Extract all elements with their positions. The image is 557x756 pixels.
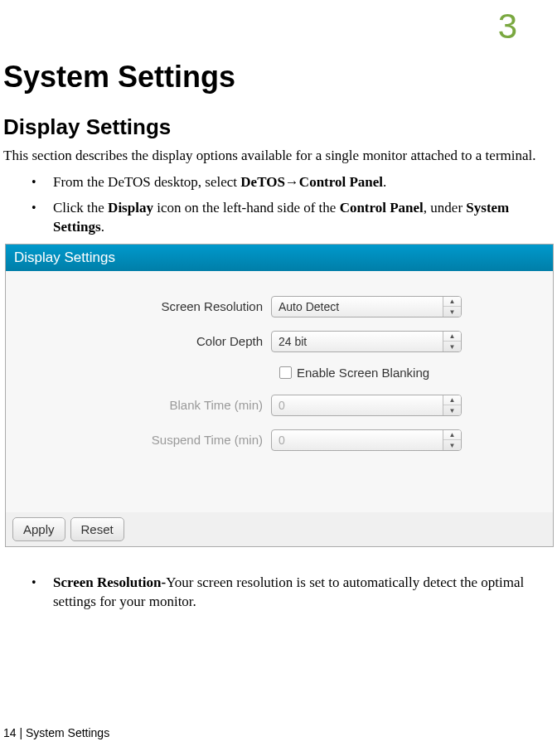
row-color-depth: Color Depth 24 bit ▲ ▼ <box>22 331 536 352</box>
section-title: Display Settings <box>3 114 554 140</box>
description-item: Screen Resolution-Your screen resolution… <box>35 574 554 612</box>
chevron-down-icon: ▼ <box>443 440 461 450</box>
label-blank-time: Blank Time (min) <box>22 398 271 412</box>
text-bold: Screen Resolution- <box>53 574 166 590</box>
dialog-footer: Apply Reset <box>6 512 553 546</box>
stepper-icon[interactable]: ▲ ▼ <box>443 332 461 351</box>
text: From the DeTOS desktop, select <box>53 174 240 190</box>
page-title: System Settings <box>3 60 554 94</box>
stepper-icon[interactable]: ▲ ▼ <box>443 430 461 450</box>
stepper-icon[interactable]: ▲ ▼ <box>443 395 461 415</box>
chevron-up-icon: ▲ <box>443 395 461 406</box>
row-suspend-time: Suspend Time (min) 0 ▲ ▼ <box>22 429 536 451</box>
chapter-number: 3 <box>498 7 517 46</box>
row-blank-time: Blank Time (min) 0 ▲ ▼ <box>22 395 536 416</box>
text: . <box>101 219 104 235</box>
dialog-body: Screen Resolution Auto Detect ▲ ▼ Color … <box>6 271 553 512</box>
instruction-item: From the DeTOS desktop, select DeTOS→Con… <box>35 173 554 192</box>
label-screen-resolution: Screen Resolution <box>22 299 271 313</box>
spinner-value: 0 <box>272 434 443 447</box>
text: . <box>383 174 386 190</box>
select-value: Auto Detect <box>272 300 443 313</box>
text-bold: Control Panel <box>340 200 424 216</box>
dialog-titlebar: Display Settings <box>6 245 553 271</box>
row-enable-blanking: Enable Screen Blanking <box>279 366 536 380</box>
spinner-value: 0 <box>272 399 443 412</box>
intro-paragraph: This section describes the display optio… <box>3 147 554 165</box>
chevron-down-icon: ▼ <box>443 405 461 415</box>
spinner-blank-time[interactable]: 0 ▲ ▼ <box>271 395 462 416</box>
chevron-down-icon: ▼ <box>443 307 461 317</box>
text: icon on the left-hand side of the <box>153 200 340 216</box>
instruction-list: From the DeTOS desktop, select DeTOS→Con… <box>3 173 554 237</box>
stepper-icon[interactable]: ▲ ▼ <box>443 297 461 317</box>
apply-button[interactable]: Apply <box>12 517 65 541</box>
text-bold: Display <box>108 200 153 216</box>
chevron-up-icon: ▲ <box>443 332 461 342</box>
select-color-depth[interactable]: 24 bit ▲ ▼ <box>271 331 462 352</box>
description-list: Screen Resolution-Your screen resolution… <box>3 574 554 612</box>
select-screen-resolution[interactable]: Auto Detect ▲ ▼ <box>271 296 462 317</box>
checkbox-label: Enable Screen Blanking <box>297 366 429 380</box>
reset-button[interactable]: Reset <box>70 517 124 541</box>
text-bold: DeTOS→Control Panel <box>240 174 383 190</box>
page-footer: 14 | System Settings <box>3 726 109 739</box>
chevron-down-icon: ▼ <box>443 342 461 351</box>
spinner-suspend-time[interactable]: 0 ▲ ▼ <box>271 429 462 451</box>
checkbox-enable-blanking[interactable] <box>279 366 292 379</box>
text: Click the <box>53 200 108 216</box>
text: , under <box>424 200 466 216</box>
row-screen-resolution: Screen Resolution Auto Detect ▲ ▼ <box>22 296 536 317</box>
label-suspend-time: Suspend Time (min) <box>22 433 271 447</box>
chevron-up-icon: ▲ <box>443 297 461 308</box>
display-settings-dialog: Display Settings Screen Resolution Auto … <box>5 244 554 547</box>
label-color-depth: Color Depth <box>22 334 271 348</box>
select-value: 24 bit <box>272 335 443 348</box>
chevron-up-icon: ▲ <box>443 430 461 441</box>
instruction-item: Click the Display icon on the left-hand … <box>35 199 554 237</box>
